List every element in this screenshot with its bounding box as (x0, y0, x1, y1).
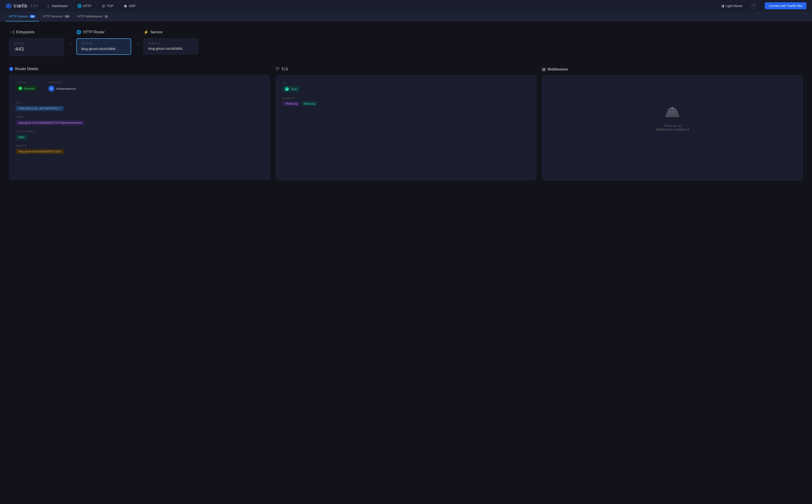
tcp-icon: ◎ (101, 4, 105, 8)
service-block: ⚡ Service SERVICE blog-ghost-c8cd438b9..… (143, 30, 198, 54)
entrypoints-row: ENTRYPOINTS https (16, 130, 264, 140)
logo-text: træfik (14, 3, 28, 9)
entrypoint-port-value: :443 (14, 46, 59, 52)
service-card: SERVICE blog-ghost-c8cd438b9... (143, 38, 198, 54)
nav-tcp[interactable]: ◎ TCP (100, 3, 115, 9)
router-details-title: i Router Details (9, 67, 270, 71)
services-count-badge: 59 (64, 15, 70, 18)
entrypoints-card: HTTPS :443 (9, 38, 64, 56)
service-detail-row: SERVICE blog-ghost-c8cd438b93002fc7507e (16, 145, 264, 154)
entrypoints-block: →| Entrypoints HTTPS :443 (9, 30, 64, 56)
provider-label: PROVIDER (48, 81, 76, 84)
top-navigation: træfik 2.4.5 ⌂ Dashboard 🌐 HTTP ◎ TCP ◉ … (0, 0, 812, 12)
router-block: 🌐 HTTP Router ROUTER blog-ghost-c8cd438b… (76, 30, 131, 55)
service-card-label: SERVICE (148, 42, 193, 45)
domains-label: DOMAINS (282, 97, 530, 100)
status-provider-row: STATUS ✓ Success PROVIDER ✦ Kubernetescr… (16, 81, 264, 97)
status-badge: ✓ Success (16, 86, 37, 91)
middlewares-stack-icon: ▤ (542, 67, 545, 72)
tls-title: 🛡 TLS (276, 67, 536, 71)
entrypoints-title: →| Entrypoints (9, 30, 64, 34)
nav-dashboard[interactable]: ⌂ Dashboard (45, 3, 69, 9)
tls-status-row: TLS ● True (282, 82, 530, 92)
subnav-http-middlewares[interactable]: HTTP Middlewares 4 (74, 12, 112, 21)
middlewares-title: ▤ Middlewares (542, 67, 803, 72)
provider-row: PROVIDER ✦ Kubernetescrd (48, 81, 76, 92)
router-details-column: i Router Details STATUS ✓ Success PROVID… (9, 67, 270, 180)
entrypoints-icon: →| (9, 30, 14, 34)
provider-icon: ✦ (48, 86, 54, 92)
provider-badge: ✦ Kubernetescrd (48, 86, 76, 92)
tls-dot-icon: ● (285, 87, 289, 91)
app-version: 2.4.5 (30, 4, 38, 8)
tls-card: TLS ● True DOMAINS *.ikarus.sg ikarus.sg (276, 75, 536, 180)
details-section: i Router Details STATUS ✓ Success PROVID… (9, 67, 803, 180)
domain1-chip: *.ikarus.sg (282, 101, 300, 106)
router-details-card: STATUS ✓ Success PROVIDER ✦ Kubernetescr… (9, 75, 270, 180)
router-title: 🌐 HTTP Router (76, 30, 131, 35)
light-theme-toggle[interactable]: ◑ Light theme (721, 4, 742, 8)
svg-rect-0 (666, 115, 679, 117)
svg-marker-3 (667, 107, 678, 110)
tls-label: TLS (282, 82, 530, 84)
service-bolt-icon: ⚡ (143, 30, 148, 35)
routers-count-badge: 58 (29, 15, 35, 18)
nav-udp[interactable]: ◉ UDP (121, 3, 137, 9)
udp-icon: ◉ (123, 4, 127, 8)
subnav-http-routers[interactable]: HTTP Routers 58 (5, 12, 39, 21)
svg-rect-2 (667, 110, 678, 113)
theme-icon: ◑ (721, 4, 724, 8)
subnav-http-services[interactable]: HTTP Services 59 (39, 12, 74, 21)
nav-http[interactable]: 🌐 HTTP (76, 3, 93, 9)
no-middlewares-message: There are no Middlewares configured (548, 82, 796, 155)
status-dot-icon: ✓ (18, 87, 22, 90)
sub-navigation: HTTP Routers 58 HTTP Services 59 HTTP Mi… (0, 12, 812, 21)
rule-row: RULE Host(`ikarus.sg`) && PathPrefix(`/`… (16, 102, 264, 111)
arrow-1: → (64, 41, 76, 47)
middlewares-count-badge: 4 (104, 15, 108, 18)
svg-rect-1 (667, 113, 678, 115)
tls-column: 🛡 TLS TLS ● True DOMAINS *.ikarus.sg ika… (276, 67, 536, 180)
name-chip: blog-ghost-c8cd438b93002fc7507e@kubernet… (16, 120, 84, 125)
domains-row: DOMAINS *.ikarus.sg ikarus.sg (282, 97, 530, 106)
middlewares-card: There are no Middlewares configured (542, 75, 803, 180)
status-row: STATUS ✓ Success (16, 81, 37, 92)
name-row: NAME blog-ghost-c8cd438b93002fc7507e@kub… (16, 116, 264, 125)
service-detail-chip: blog-ghost-c8cd438b93002fc7507e (16, 149, 64, 154)
rule-chip: Host(`ikarus.sg`) && PathPrefix(`/`) (16, 106, 64, 111)
middlewares-column: ▤ Middlewares There are no Middlewares c… (542, 67, 803, 180)
no-middlewares-text: There are no Middlewares configured (656, 124, 689, 131)
router-details-info-icon: i (9, 67, 13, 71)
empty-stack-icon (663, 106, 682, 120)
tls-badge: ● True (282, 86, 300, 92)
router-card-label: ROUTER (81, 42, 126, 45)
tls-shield-icon: 🛡 (276, 67, 280, 71)
router-card: ROUTER blog-ghost-c8cd438b9... (76, 38, 131, 55)
rule-label: RULE (16, 102, 264, 104)
app-logo[interactable]: træfik 2.4.5 (5, 3, 38, 9)
dashboard-icon: ⌂ (46, 4, 50, 8)
status-label: STATUS (16, 81, 37, 84)
service-card-value: blog-ghost-c8cd438b9... (148, 47, 193, 50)
arrow-2: → (131, 41, 143, 47)
entrypoints-detail-label: ENTRYPOINTS (16, 130, 264, 133)
router-globe-icon: 🌐 (76, 30, 81, 35)
entrypoints-chip: https (16, 135, 27, 140)
service-detail-label: SERVICE (16, 145, 264, 147)
router-card-value: blog-ghost-c8cd438b9... (81, 47, 126, 51)
logo-icon (5, 3, 12, 9)
connect-traefik-pilot-button[interactable]: Connect with Traefik Pilot (765, 2, 807, 9)
domain2-chip: ikarus.sg (302, 101, 317, 106)
entrypoint-protocol-label: HTTPS (14, 42, 59, 45)
name-label: NAME (16, 116, 264, 118)
service-title: ⚡ Service (143, 30, 198, 35)
main-content: →| Entrypoints HTTPS :443 → 🌐 HTTP Route… (0, 21, 812, 189)
http-icon: 🌐 (77, 4, 81, 8)
flow-diagram: →| Entrypoints HTTPS :443 → 🌐 HTTP Route… (9, 30, 803, 56)
help-button[interactable]: ? (751, 3, 757, 9)
